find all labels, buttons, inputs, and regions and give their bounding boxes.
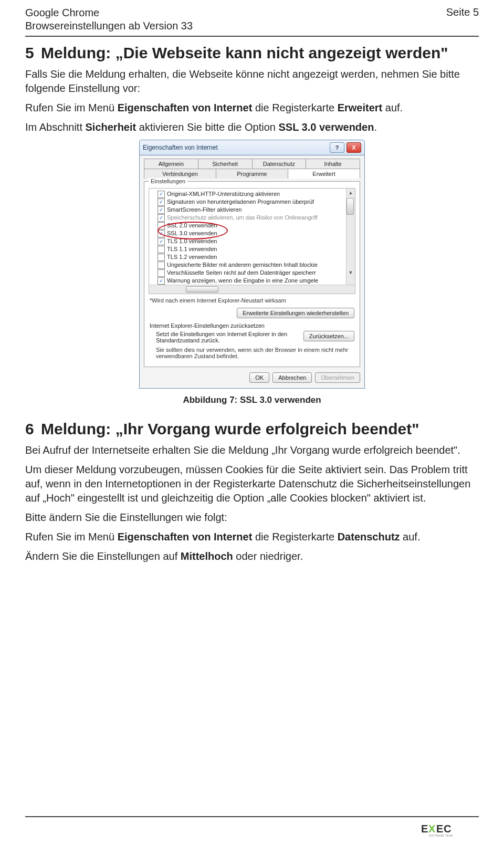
settings-item[interactable]: TLS 1.0 verwenden — [150, 237, 354, 245]
s6-p4: Rufen Sie im Menü Eigenschaften von Inte… — [25, 530, 479, 544]
section-5-heading: 5Meldung: „Die Webseite kann nicht angez… — [25, 44, 479, 62]
section-6-heading: 6Meldung: „Ihr Vorgang wurde erfolgreich… — [25, 420, 479, 438]
internet-properties-dialog: Eigenschaften von Internet ? X Allgemein… — [139, 140, 365, 389]
tab-erweitert[interactable]: Erweitert — [288, 169, 360, 179]
tab-verbindungen[interactable]: Verbindungen — [144, 169, 216, 179]
reset-section-title: Internet Explorer-Einstellungen zurückse… — [150, 322, 354, 329]
horizontal-scrollbar[interactable] — [149, 285, 355, 294]
svg-text:X: X — [428, 823, 436, 835]
ok-button[interactable]: OK — [249, 372, 269, 383]
s5-p1: Falls Sie die Meldung erhalten, die Webs… — [25, 67, 479, 96]
dialog-titlebar: Eigenschaften von Internet ? X — [139, 140, 365, 155]
checkbox-icon[interactable] — [158, 191, 165, 198]
settings-item-label: Ungesicherte Bilder mit anderem gemischt… — [167, 261, 318, 269]
settings-item[interactable]: TLS 1.1 verwenden — [150, 245, 354, 253]
settings-item[interactable]: Original-XMLHTTP-Unterstützung aktiviere… — [150, 190, 354, 198]
scroll-thumb[interactable] — [346, 198, 354, 215]
settings-item[interactable]: Warnung anzeigen, wenn die Eingabe in ei… — [150, 277, 354, 285]
s6-p1: Bei Aufruf der Internetseite erhalten Si… — [25, 443, 479, 457]
settings-item[interactable]: TLS 1.2 verwenden — [150, 253, 354, 261]
checkbox-icon[interactable] — [158, 230, 165, 237]
checkbox-icon[interactable] — [158, 254, 165, 261]
settings-item-label: Speicherschutz aktivieren, um das Risiko… — [167, 214, 318, 222]
page-footer: E X E C SOFTWARE TEAM — [25, 816, 479, 841]
settings-item-label: TLS 1.1 verwenden — [167, 245, 217, 253]
s5-p2: Rufen Sie im Menü Eigenschaften von Inte… — [25, 101, 479, 115]
svg-text:C: C — [444, 823, 451, 835]
settings-item-label: Warnung anzeigen, wenn die Eingabe in ei… — [167, 277, 318, 285]
header-rule — [25, 36, 479, 37]
tab-sicherheit[interactable]: Sicherheit — [198, 159, 253, 169]
settings-item[interactable]: SmartScreen-Filter aktivieren — [150, 206, 354, 214]
settings-item[interactable]: SSL 2.0 verwenden — [150, 222, 354, 230]
s6-p3: Bitte ändern Sie die Einstellungen wie f… — [25, 510, 479, 525]
page-number: Seite 5 — [446, 6, 479, 33]
s6-p2: Um dieser Meldung vorzubeugen, müssen Co… — [25, 463, 479, 505]
dialog-footer: OK Abbrechen Übernehmen — [144, 372, 360, 383]
reset-note: Sie sollten dies nur verwenden, wenn sic… — [156, 347, 354, 359]
hscroll-thumb[interactable] — [186, 286, 218, 293]
settings-group: Einstellungen Original-XMLHTTP-Unterstüt… — [144, 181, 360, 367]
settings-item-label: TLS 1.0 verwenden — [167, 237, 217, 245]
header-subtitle: Browsereinstellungen ab Version 33 — [25, 19, 193, 33]
settings-item[interactable]: Speicherschutz aktivieren, um das Risiko… — [150, 214, 354, 222]
tab-programme[interactable]: Programme — [216, 169, 288, 179]
tab-allgemein[interactable]: Allgemein — [144, 159, 198, 169]
scroll-up-icon[interactable]: ▲ — [346, 189, 355, 197]
cancel-button[interactable]: Abbrechen — [272, 372, 312, 383]
settings-list[interactable]: Original-XMLHTTP-Unterstützung aktiviere… — [149, 188, 355, 294]
s5-p3: Im Abschnitt Sicherheit aktivieren Sie b… — [25, 120, 479, 134]
checkbox-icon[interactable] — [158, 269, 165, 277]
restart-note: *Wird nach einem Internet Explorer-Neust… — [150, 297, 354, 304]
s6-p5: Ändern Sie die Einstellungen auf Mittelh… — [25, 549, 479, 564]
tab-inhalte[interactable]: Inhalte — [306, 159, 360, 169]
checkbox-icon[interactable] — [158, 246, 165, 253]
settings-item-label: Original-XMLHTTP-Unterstützung aktiviere… — [167, 190, 280, 198]
svg-text:SOFTWARE TEAM: SOFTWARE TEAM — [429, 835, 453, 837]
dialog-title: Eigenschaften von Internet — [143, 144, 218, 151]
footer-rule — [25, 816, 479, 817]
settings-item-label: SmartScreen-Filter aktivieren — [167, 206, 242, 214]
close-button[interactable]: X — [346, 142, 361, 153]
settings-item-label: SSL 3.0 verwenden — [167, 230, 217, 237]
settings-item-label: SSL 2.0 verwenden — [167, 222, 217, 230]
checkbox-icon[interactable] — [158, 214, 165, 222]
reset-button[interactable]: Zurücksetzen... — [303, 331, 354, 341]
header-title: Google Chrome — [25, 6, 193, 19]
reset-text: Setzt die Einstellungen von Internet Exp… — [156, 331, 299, 343]
settings-item[interactable]: Verschlüsselte Seiten nicht auf dem Date… — [150, 269, 354, 277]
settings-item[interactable]: SSL 3.0 verwenden — [150, 230, 354, 237]
figure-caption: Abbildung 7: SSL 3.0 verwenden — [25, 395, 479, 405]
restore-defaults-button[interactable]: Erweiterte Einstellungen wiederherstelle… — [237, 308, 354, 318]
apply-button[interactable]: Übernehmen — [315, 372, 360, 383]
settings-item[interactable]: Ungesicherte Bilder mit anderem gemischt… — [150, 261, 354, 269]
dialog-figure: Eigenschaften von Internet ? X Allgemein… — [25, 140, 479, 389]
help-button[interactable]: ? — [330, 142, 344, 153]
settings-item-label: Verschlüsselte Seiten nicht auf dem Date… — [167, 269, 316, 277]
settings-group-label: Einstellungen — [149, 178, 187, 184]
settings-item-label: TLS 1.2 verwenden — [167, 253, 217, 261]
settings-item[interactable]: Signaturen von heruntergeladenen Program… — [150, 198, 354, 206]
dialog-tabs: Allgemein Sicherheit Datenschutz Inhalte… — [144, 159, 360, 179]
checkbox-icon[interactable] — [158, 199, 165, 206]
exec-logo: E X E C SOFTWARE TEAM — [25, 821, 479, 841]
settings-item-label: Signaturen von heruntergeladenen Program… — [167, 198, 314, 206]
page-header: Google Chrome Browsereinstellungen ab Ve… — [25, 6, 479, 33]
checkbox-icon[interactable] — [158, 222, 165, 230]
checkbox-icon[interactable] — [158, 277, 165, 285]
svg-text:E: E — [421, 823, 428, 835]
checkbox-icon[interactable] — [158, 206, 165, 214]
checkbox-icon[interactable] — [158, 238, 165, 245]
scroll-down-icon[interactable]: ▼ — [346, 268, 355, 277]
tab-datenschutz[interactable]: Datenschutz — [252, 159, 307, 169]
checkbox-icon[interactable] — [158, 262, 165, 269]
svg-text:E: E — [436, 823, 443, 835]
vertical-scrollbar[interactable]: ▲ ▼ — [346, 189, 355, 285]
